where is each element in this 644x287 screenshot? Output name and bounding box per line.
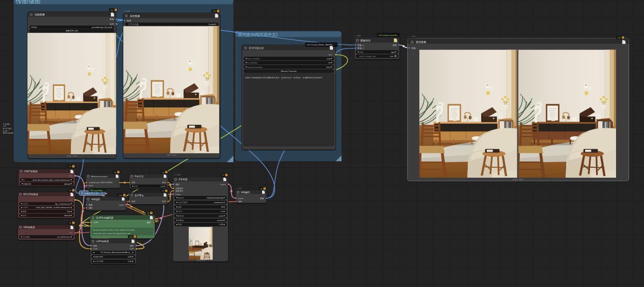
svg-text:randomize: randomize bbox=[214, 201, 224, 204]
svg-text:负面条件: 负面条件 bbox=[175, 190, 183, 192]
svg-text:传图做图: 传图做图 bbox=[16, 0, 41, 4]
svg-text:CLIP: CLIP bbox=[129, 248, 134, 250]
svg-text:#15: #15 bbox=[212, 10, 216, 12]
svg-text:22.83秒: 22.83秒 bbox=[174, 174, 181, 176]
svg-text:随机种: 随机种 bbox=[178, 197, 184, 199]
svg-text:CLIP强度: CLIP强度 bbox=[95, 260, 103, 263]
svg-text:加载图像: 加载图像 bbox=[34, 13, 45, 16]
svg-text:CFG: CFG bbox=[178, 210, 182, 213]
svg-text:#20: #20 bbox=[617, 36, 621, 39]
svg-text:#8: #8 bbox=[260, 188, 263, 190]
svg-text:Latent: Latent bbox=[175, 193, 181, 196]
svg-text:from_translate: from_translate bbox=[247, 57, 260, 60]
svg-text:CLIP: CLIP bbox=[93, 221, 98, 224]
svg-text:flux: flux bbox=[67, 210, 70, 213]
svg-text:VAE: VAE bbox=[88, 207, 92, 209]
svg-text:0.10秒: 0.10秒 bbox=[124, 10, 130, 12]
svg-text:#12: #12 bbox=[110, 9, 114, 11]
svg-text:类型: 类型 bbox=[22, 210, 26, 213]
svg-text:#3: #3 bbox=[162, 171, 164, 174]
svg-text:#13 Custom_Nodes_AlekPet: #13 Custom_Nodes_AlekPet bbox=[307, 43, 333, 46]
svg-text:match_image_size: match_image_size bbox=[359, 55, 376, 57]
svg-text:图像高宽比缩放_V2: 图像高宽比缩放_V2 bbox=[84, 192, 104, 195]
svg-text:图像: 图像 bbox=[110, 18, 114, 20]
svg-text:to_translate: to_translate bbox=[247, 61, 258, 64]
svg-text:0.08秒: 0.08秒 bbox=[355, 34, 361, 37]
svg-text:manual_translate: manual_translate bbox=[247, 66, 263, 68]
svg-text:图像_2: 图像_2 bbox=[357, 47, 364, 49]
svg-text:true: true bbox=[390, 55, 394, 57]
svg-text:条件: 条件 bbox=[131, 181, 135, 184]
svg-text:#10: #10 bbox=[118, 194, 122, 197]
svg-text:text: text bbox=[328, 53, 332, 56]
svg-text:VAE解码: VAE解码 bbox=[241, 191, 250, 194]
svg-text:方向: 方向 bbox=[359, 51, 363, 53]
svg-text:T: 0.00k: T: 0.00k bbox=[3, 123, 9, 125]
svg-text:t5xxl_fp8_e4m3fn_scaled.safete: t5xxl_fp8_e4m3fn_scaled.safetensors bbox=[36, 206, 70, 209]
svg-text:将图片中浅色板栗色木质换成黑胡桃木色调，顶部照片细节，处理自: 将图片中浅色板栗色木质换成黑胡桃木色调，顶部照片细节，处理自然，换成黑胡桃木正确… bbox=[245, 76, 322, 79]
svg-text:模型: 模型 bbox=[69, 175, 73, 177]
svg-text:I: 8: I: 8 bbox=[3, 125, 5, 127]
svg-text:768 × 1024: 768 × 1024 bbox=[167, 154, 176, 156]
svg-text:图像: 图像 bbox=[411, 47, 416, 49]
svg-text:VAE: VAE bbox=[238, 200, 242, 203]
svg-text:latent: latent bbox=[88, 185, 93, 187]
svg-text:图像联结: 图像联结 bbox=[360, 39, 370, 42]
svg-text:ComfyUI: ComfyUI bbox=[208, 23, 216, 25]
svg-text:调度器: 调度器 bbox=[178, 219, 184, 222]
svg-text:模型: 模型 bbox=[175, 183, 179, 186]
svg-text:auto: auto bbox=[326, 57, 331, 60]
svg-text:V: 37: V: 37 bbox=[3, 130, 7, 132]
svg-text:0.90: 0.90 bbox=[219, 223, 224, 226]
svg-text:N: 17 (17): N: 17 (17) bbox=[3, 128, 12, 130]
svg-text:预览图像: 预览图像 bbox=[416, 40, 427, 44]
svg-text:文件名前缀: 文件名前缀 bbox=[128, 23, 139, 25]
svg-text:Restore this photo, fix the cr: Restore this photo, fix the cracks, enha… bbox=[93, 229, 135, 231]
svg-text:2.5: 2.5 bbox=[161, 185, 164, 188]
svg-text:extremely high defin...: extremely high defin... bbox=[93, 237, 110, 239]
svg-text:#9: #9 bbox=[147, 212, 149, 214]
svg-text:1.00: 1.00 bbox=[128, 260, 132, 263]
svg-text:normal: normal bbox=[217, 219, 224, 222]
svg-text:false: false bbox=[326, 66, 331, 68]
svg-text:euler: euler bbox=[219, 215, 224, 217]
svg-text:降噪: 降噪 bbox=[178, 223, 182, 226]
svg-text:default: default bbox=[64, 183, 71, 185]
svg-text:correct the color, restore the: correct the color, restore the original … bbox=[93, 233, 130, 235]
svg-text:CLIP文本编码器: CLIP文本编码器 bbox=[96, 216, 113, 220]
svg-text:图像: 图像 bbox=[33, 26, 37, 28]
svg-text:设备: 设备 bbox=[22, 214, 26, 217]
svg-text:采样器: 采样器 bbox=[177, 215, 184, 217]
svg-text:#8: #8 bbox=[114, 171, 116, 174]
svg-text:right: right bbox=[391, 51, 395, 53]
svg-text:CLIP1: CLIP1 bbox=[22, 203, 28, 205]
svg-text:F.1 Kontext_BlackwalnutloRA.sa: F.1 Kontext_BlackwalnutloRA.sa... bbox=[101, 251, 132, 254]
svg-text:②书写提示词: ②书写提示词 bbox=[249, 46, 264, 50]
svg-text:Latent: Latent bbox=[220, 183, 226, 186]
svg-text:模型: 模型 bbox=[130, 245, 134, 247]
svg-text:Latent: Latent bbox=[119, 204, 125, 206]
svg-text:#2: #2 bbox=[222, 174, 224, 176]
svg-text:#19 comfyui-kjnodes: #19 comfyui-kjnodes bbox=[378, 34, 397, 36]
svg-text:条件: 条件 bbox=[131, 200, 135, 203]
svg-text:CLIP: CLIP bbox=[93, 248, 98, 250]
svg-text:VAE编码: VAE编码 bbox=[91, 198, 100, 201]
svg-text:条件: 条件 bbox=[162, 200, 166, 203]
svg-text:条件: 条件 bbox=[162, 181, 166, 184]
svg-text:遮罩: 遮罩 bbox=[110, 23, 114, 25]
svg-text:Latent: Latent bbox=[238, 197, 244, 200]
svg-text:conditioning CONDITIONING: conditioning CONDITIONING bbox=[88, 182, 112, 184]
svg-text:ae.safetensors: ae.safetensors bbox=[57, 236, 70, 238]
svg-text:#17: #17 bbox=[129, 236, 133, 238]
svg-text:运行后操作: 运行后操作 bbox=[178, 201, 188, 204]
svg-text:步数: 步数 bbox=[178, 206, 182, 208]
svg-text:Manual Translate: Manual Translate bbox=[281, 70, 297, 72]
svg-text:模型强度: 模型强度 bbox=[95, 256, 103, 258]
svg-text:模型: 模型 bbox=[93, 245, 97, 247]
svg-text:1.57秒: 1.57秒 bbox=[409, 35, 415, 38]
svg-text:en: en bbox=[328, 61, 331, 64]
svg-text:#5: #5 bbox=[69, 189, 71, 192]
svg-text:744337453045546: 744337453045546 bbox=[206, 197, 224, 199]
svg-text:ReferenceLatent: ReferenceLatent bbox=[91, 175, 107, 178]
svg-text:图像: 图像 bbox=[127, 19, 131, 22]
